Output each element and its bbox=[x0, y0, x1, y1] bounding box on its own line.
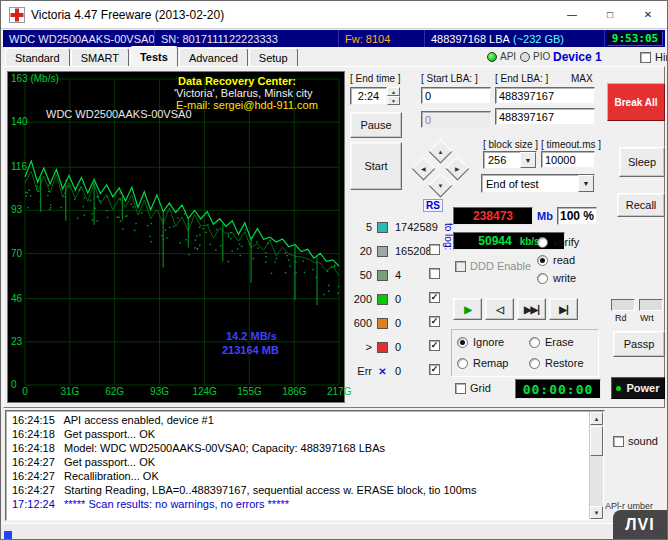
api-radio[interactable]: API bbox=[487, 51, 516, 62]
end-of-test-dropdown-icon[interactable]: ▼ bbox=[578, 175, 594, 192]
percent-display: 100 % bbox=[557, 207, 597, 225]
log-checkbox-err[interactable]: ✓ bbox=[429, 364, 440, 375]
step-button[interactable]: ▶| bbox=[549, 298, 578, 320]
timing-label: 50 bbox=[350, 269, 372, 281]
end-lba-field2[interactable]: 488397167 bbox=[495, 108, 595, 125]
back-button[interactable]: ◁ bbox=[485, 298, 514, 320]
sleep-button[interactable]: Sleep bbox=[619, 147, 665, 177]
log-checkboxes: ✓✓✓✓ bbox=[429, 215, 442, 385]
end-time-spinner[interactable]: 2:24 ▲ ▼ bbox=[350, 87, 400, 105]
end-lba-field[interactable]: 488397167 bbox=[495, 87, 595, 104]
action-radios: IgnoreEraseRemapRestore bbox=[457, 334, 597, 376]
scroll-down-button[interactable]: ▼ bbox=[590, 506, 603, 519]
tab-tests[interactable]: Tests bbox=[130, 46, 178, 67]
tab-smart[interactable]: SMART bbox=[71, 48, 129, 67]
pio-radio[interactable]: PIO bbox=[520, 51, 550, 62]
hints-label: Hints bbox=[655, 51, 668, 63]
end-lba-label: [ End LBA: ] bbox=[495, 73, 548, 84]
power-button[interactable]: Power bbox=[611, 377, 665, 399]
log-line: 17:12:24 ***** Scan results: no warnings… bbox=[12, 498, 289, 510]
log-checkbox-600[interactable]: ✓ bbox=[429, 316, 440, 327]
mode-write-radio[interactable]: write bbox=[537, 270, 576, 286]
block-size-dropdown-icon[interactable]: ▼ bbox=[520, 152, 536, 168]
titlebar: Victoria 4.47 Freeware (2013-02-20) —□✕ bbox=[1, 1, 667, 29]
hints-checkbox[interactable]: Hints bbox=[640, 51, 668, 63]
transport-buttons: ▶◁▶▶|▶| bbox=[453, 298, 583, 320]
start-button[interactable]: Start bbox=[350, 142, 402, 190]
timing-row-600: 6000 bbox=[350, 311, 401, 335]
y-axis-label: 23 bbox=[11, 336, 22, 347]
log-area[interactable]: 16:24:15 API access enabled, device #116… bbox=[5, 410, 605, 521]
timing-count: 0 bbox=[395, 293, 401, 305]
write-indicator bbox=[639, 299, 663, 311]
pio-label: PIO bbox=[533, 51, 550, 62]
timing-label: > bbox=[350, 341, 372, 353]
watermark: ЛVI bbox=[613, 510, 667, 540]
window-title: Victoria 4.47 Freeware (2013-02-20) bbox=[31, 8, 224, 22]
api-led-icon bbox=[487, 52, 497, 62]
block-size-combo[interactable]: 256 ▼ bbox=[483, 151, 537, 169]
action-erase-radio[interactable]: Erase bbox=[529, 334, 574, 350]
action-erase-radio-label: Erase bbox=[545, 336, 574, 348]
timeout-field[interactable]: 10000 bbox=[541, 151, 595, 168]
mode-verify-radio[interactable]: verify bbox=[537, 234, 579, 250]
minimize-button[interactable]: — bbox=[553, 1, 591, 28]
end-of-test-combo[interactable]: End of test ▼ bbox=[481, 174, 595, 193]
start-lba-field[interactable]: 0 bbox=[421, 87, 491, 104]
recall-button[interactable]: Recall bbox=[617, 193, 665, 217]
log-checkbox-gt[interactable]: ✓ bbox=[429, 340, 440, 351]
action-ignore-radio-dot bbox=[460, 340, 465, 345]
action-restore-radio[interactable]: Restore bbox=[529, 355, 584, 371]
passp-button[interactable]: Passp bbox=[613, 331, 665, 357]
timing-label: 200 bbox=[350, 293, 372, 305]
action-remap-radio[interactable]: Remap bbox=[457, 355, 508, 371]
log-checkbox-20[interactable] bbox=[429, 244, 440, 255]
pad-right-button[interactable]: ▶ bbox=[445, 156, 469, 180]
y-axis-label: 93 bbox=[11, 204, 22, 215]
pause-button[interactable]: Pause bbox=[350, 112, 402, 138]
arrow-pad: ▲◀▶▼ bbox=[413, 141, 469, 197]
drive-model: WDC WD2500AAKS-00VSA0 bbox=[3, 30, 155, 47]
sound-checkbox[interactable]: sound bbox=[613, 435, 658, 447]
spin-down-button[interactable]: ▼ bbox=[387, 96, 400, 105]
play-button[interactable]: ▶ bbox=[453, 298, 482, 320]
play-icon: ▶ bbox=[464, 304, 471, 315]
spin-up-button[interactable]: ▲ bbox=[387, 87, 400, 96]
scroll-up-button[interactable]: ▲ bbox=[590, 412, 603, 425]
log-scrollbar[interactable]: ▲ ▼ bbox=[589, 412, 603, 519]
grid-checkbox[interactable]: Grid bbox=[455, 382, 491, 394]
tab-setup[interactable]: Setup bbox=[249, 48, 298, 67]
pad-up-button[interactable]: ▲ bbox=[428, 139, 452, 163]
tab-standard[interactable]: Standard bbox=[5, 48, 70, 67]
position-mb-display: 238473 bbox=[453, 207, 533, 225]
timing-row-gt: >0 bbox=[350, 335, 401, 359]
timing-color-square bbox=[377, 246, 388, 257]
mode-read-radio[interactable]: read bbox=[537, 252, 575, 268]
timing-label: Err bbox=[350, 365, 372, 377]
action-ignore-radio[interactable]: Ignore bbox=[457, 334, 504, 350]
timing-label: 600 bbox=[350, 317, 372, 329]
timing-count: 165208 bbox=[395, 245, 432, 257]
close-button[interactable]: ✕ bbox=[629, 1, 667, 28]
timing-color-square bbox=[377, 222, 388, 233]
skip-button[interactable]: ▶▶| bbox=[517, 298, 546, 320]
speed-graph: WDC WD2500AAKS-00VSA0 Data Recovery Cent… bbox=[7, 71, 345, 403]
tab-advanced[interactable]: Advanced bbox=[179, 48, 248, 67]
api-label: API bbox=[500, 51, 516, 62]
scroll-thumb[interactable] bbox=[590, 426, 603, 456]
action-radio-group: IgnoreEraseRemapRestore bbox=[451, 329, 599, 377]
pad-left-button[interactable]: ◀ bbox=[411, 156, 435, 180]
pad-left-icon: ◀ bbox=[421, 165, 426, 172]
start-lba-label: [ Start LBA: ] bbox=[421, 73, 478, 84]
rs-link[interactable]: RS bbox=[423, 199, 443, 212]
mode-write-radio-label: write bbox=[553, 272, 576, 284]
break-all-button[interactable]: Break All bbox=[607, 83, 665, 121]
window-controls: —□✕ bbox=[553, 1, 667, 28]
timing-color-square bbox=[377, 270, 388, 281]
pad-down-button[interactable]: ▼ bbox=[428, 173, 452, 197]
log-checkbox-50[interactable] bbox=[429, 268, 440, 279]
x-axis-label: 62G bbox=[103, 386, 127, 397]
log-checkbox-200[interactable]: ✓ bbox=[429, 292, 440, 303]
end-time-value: 2:24 bbox=[350, 87, 387, 105]
maximize-button[interactable]: □ bbox=[591, 1, 629, 28]
